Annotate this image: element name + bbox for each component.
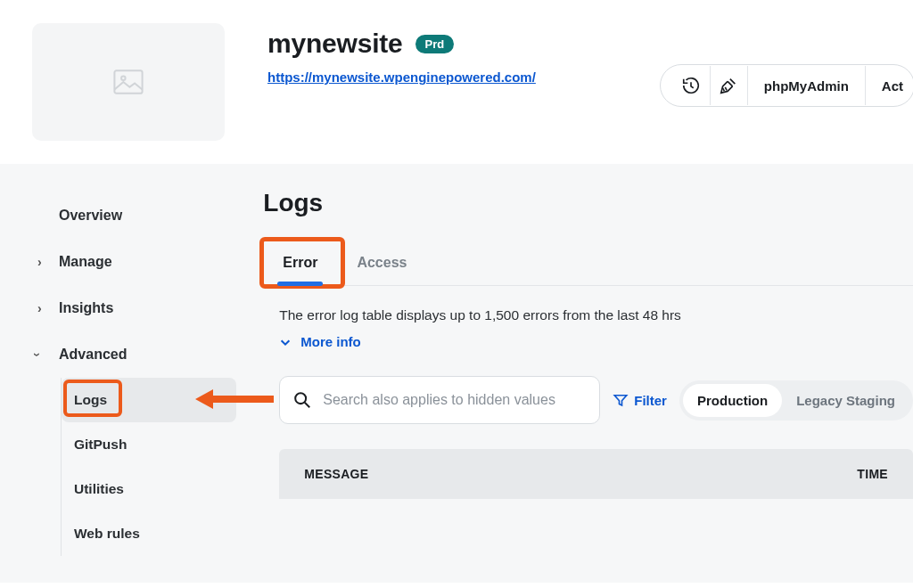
sidebar-sub-gitpush[interactable]: GitPush <box>62 422 236 467</box>
broom-icon <box>719 76 738 95</box>
svg-point-1 <box>121 76 126 80</box>
sidebar-item-overview[interactable]: Overview <box>32 192 236 239</box>
svg-point-4 <box>295 393 306 404</box>
action-toolbar: phpMyAdmin Act <box>660 64 913 107</box>
tab-access[interactable]: Access <box>337 242 426 285</box>
site-url-link[interactable]: https://mynewsite.wpenginepowered.com/ <box>267 69 536 85</box>
sidebar: Overview › Manage › Insights › Advanced … <box>32 164 236 583</box>
sidebar-item-insights[interactable]: › Insights <box>32 285 236 331</box>
chevron-right-icon: › <box>37 301 42 315</box>
search-input[interactable] <box>323 392 587 408</box>
environment-segment: Production Legacy Staging <box>679 380 913 421</box>
restore-button[interactable] <box>673 66 711 105</box>
sidebar-item-label: GitPush <box>74 437 127 453</box>
tab-error[interactable]: Error <box>263 242 337 285</box>
site-thumbnail <box>32 23 225 141</box>
sidebar-sub-utilities[interactable]: Utilities <box>62 467 236 511</box>
column-message: MESSAGE <box>304 467 857 481</box>
body-area: Overview › Manage › Insights › Advanced … <box>0 164 913 583</box>
sidebar-item-label: Manage <box>59 254 112 270</box>
search-box[interactable] <box>279 376 600 424</box>
filter-button[interactable]: Filter <box>613 392 667 408</box>
clear-cache-button[interactable] <box>711 66 748 105</box>
sidebar-sub-webrules[interactable]: Web rules <box>62 511 236 556</box>
arrow-icon <box>195 386 274 412</box>
actions-button[interactable]: Act <box>866 66 903 105</box>
description-text: The error log table displays up to 1,500… <box>279 307 913 323</box>
segment-legacy-staging[interactable]: Legacy Staging <box>782 384 909 417</box>
title-block: mynewsite Prd https://mynewsite.wpengine… <box>267 23 536 85</box>
chevron-right-icon: › <box>37 255 42 269</box>
sidebar-sub-logs[interactable]: Logs <box>62 378 236 422</box>
page-title: Logs <box>263 189 913 217</box>
sidebar-item-label: Advanced <box>59 347 127 363</box>
search-icon <box>292 390 312 410</box>
site-title: mynewsite <box>267 29 403 59</box>
segment-production[interactable]: Production <box>683 384 782 417</box>
chevron-down-icon: › <box>30 353 45 357</box>
sidebar-item-manage[interactable]: › Manage <box>32 239 236 285</box>
sidebar-advanced-children: Logs GitPush Utilities Web rules <box>61 378 236 556</box>
svg-marker-3 <box>195 389 213 409</box>
env-badge: Prd <box>415 35 455 53</box>
sidebar-item-label: Web rules <box>74 526 140 542</box>
filter-label: Filter <box>634 393 667 408</box>
image-icon <box>113 69 144 95</box>
log-table-header: MESSAGE TIME <box>279 449 913 499</box>
sidebar-item-advanced[interactable]: › Advanced <box>32 331 236 378</box>
sidebar-item-label: Insights <box>59 300 113 316</box>
tabs: Error Access <box>263 242 913 286</box>
phpmyadmin-button[interactable]: phpMyAdmin <box>748 66 866 105</box>
site-header: mynewsite Prd https://mynewsite.wpengine… <box>0 0 913 164</box>
chevron-down-icon <box>279 336 292 348</box>
main-content: Logs Error Access The error log table di… <box>236 164 913 583</box>
filter-icon <box>613 392 629 408</box>
log-controls: Filter Production Legacy Staging <box>279 376 913 424</box>
sidebar-item-label: Overview <box>59 208 122 224</box>
column-time: TIME <box>857 467 888 481</box>
more-info-toggle[interactable]: More info <box>279 334 913 349</box>
sidebar-item-label: Logs <box>74 392 107 408</box>
history-icon <box>681 76 701 95</box>
sidebar-item-label: Utilities <box>74 481 124 497</box>
more-info-label: More info <box>300 334 361 349</box>
svg-rect-0 <box>114 70 142 94</box>
